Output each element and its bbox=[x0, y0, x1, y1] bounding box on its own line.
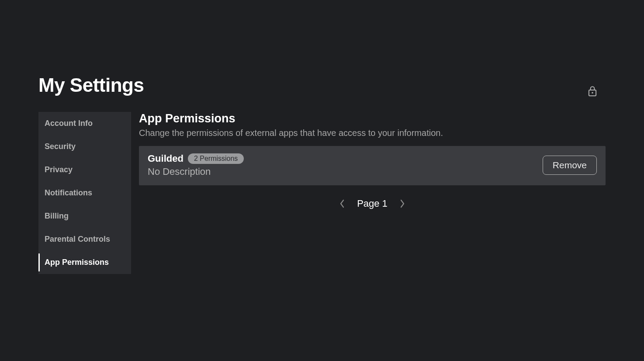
app-permission-card[interactable]: Guilded 2 Permissions No Description Rem… bbox=[139, 146, 606, 185]
main-content: App Permissions Change the permissions o… bbox=[139, 112, 606, 274]
chevron-right-icon[interactable] bbox=[399, 198, 406, 210]
app-description: No Description bbox=[148, 166, 244, 177]
page-title: My Settings bbox=[38, 74, 606, 96]
sidebar-item-app-permissions[interactable]: App Permissions bbox=[38, 251, 131, 274]
remove-button[interactable]: Remove bbox=[543, 156, 597, 175]
sidebar-item-parental-controls[interactable]: Parental Controls bbox=[38, 228, 131, 251]
pagination: Page 1 bbox=[139, 198, 606, 210]
sidebar-item-security[interactable]: Security bbox=[38, 135, 131, 158]
chevron-left-icon[interactable] bbox=[339, 198, 346, 210]
sidebar-item-account-info[interactable]: Account Info bbox=[38, 112, 131, 135]
sidebar-item-notifications[interactable]: Notifications bbox=[38, 181, 131, 205]
svg-point-1 bbox=[592, 92, 593, 94]
section-heading: App Permissions bbox=[139, 112, 606, 125]
sidebar-item-billing[interactable]: Billing bbox=[38, 205, 131, 228]
sidebar-item-privacy[interactable]: Privacy bbox=[38, 158, 131, 181]
page-label: Page 1 bbox=[357, 198, 388, 209]
section-subtitle: Change the permissions of external apps … bbox=[139, 128, 606, 138]
app-name: Guilded bbox=[148, 153, 184, 164]
lock-icon bbox=[588, 86, 597, 96]
permission-count-badge: 2 Permissions bbox=[188, 153, 244, 164]
settings-sidebar: Account Info Security Privacy Notificati… bbox=[38, 112, 131, 274]
